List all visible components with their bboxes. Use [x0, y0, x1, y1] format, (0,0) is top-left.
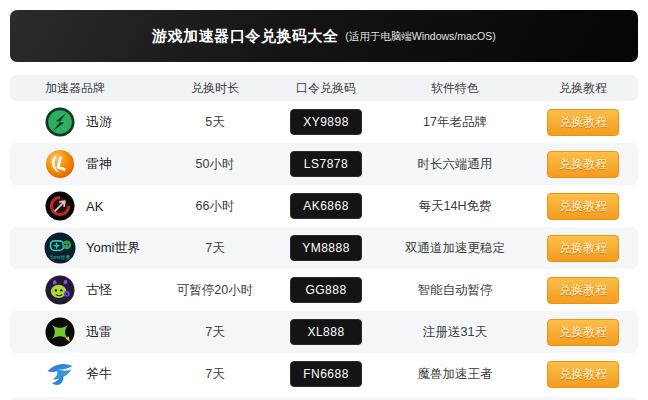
page-subtitle: (适用于电脑端Windows/macOS) — [345, 28, 496, 44]
duration-cell: 7天 — [160, 240, 270, 257]
code-badge: FN6688 — [290, 361, 362, 387]
code-badge: AK6868 — [290, 193, 362, 219]
leishen-logo — [44, 148, 76, 180]
column-header-duration: 兑换时长 — [160, 80, 270, 97]
column-header-tutorial: 兑换教程 — [528, 80, 638, 97]
duration-cell: 7天 — [160, 324, 270, 341]
table-row: Yomi世界 Yomi世界 7天 YM8888 双通道加速更稳定 兑换教程 — [10, 227, 638, 269]
funiu-logo — [44, 358, 76, 390]
feature-cell: 17年老品牌 — [382, 114, 528, 131]
feature-cell: 魔兽加速王者 — [382, 366, 528, 383]
table-row: 斧牛 7天 FN6688 魔兽加速王者 兑换教程 — [10, 353, 638, 395]
tutorial-button[interactable]: 兑换教程 — [547, 277, 619, 304]
svg-text:Yomi世界: Yomi世界 — [50, 254, 71, 260]
duration-cell: 50小时 — [160, 156, 270, 173]
tutorial-button[interactable]: 兑换教程 — [547, 319, 619, 346]
duration-cell: 5天 — [160, 114, 270, 131]
column-header-feature: 软件特色 — [382, 80, 528, 97]
brand-name: 迅游 — [86, 113, 112, 131]
feature-cell: 双通道加速更稳定 — [382, 240, 528, 257]
title-banner: 游戏加速器口令兑换码大全 (适用于电脑端Windows/macOS) — [10, 10, 638, 62]
yomi-logo: Yomi世界 — [44, 232, 76, 264]
column-header-code: 口令兑换码 — [270, 80, 382, 97]
guguai-logo — [44, 274, 76, 306]
feature-cell: 注册送31天 — [382, 324, 528, 341]
table-header: 加速器品牌 兑换时长 口令兑换码 软件特色 兑换教程 — [10, 75, 638, 101]
code-badge: XY9898 — [290, 109, 362, 135]
brand-cell: Yomi世界 Yomi世界 — [10, 232, 160, 264]
table-row: 迅雷 7天 XL888 注册送31天 兑换教程 — [10, 311, 638, 353]
xunyou-logo — [44, 106, 76, 138]
brand-name: Yomi世界 — [86, 239, 140, 257]
brand-cell: 迅雷 — [10, 316, 160, 348]
page-title: 游戏加速器口令兑换码大全 — [152, 27, 338, 46]
brand-cell: AK — [10, 190, 160, 222]
brand-name: AK — [86, 199, 103, 214]
brand-cell: 斧牛 — [10, 358, 160, 390]
code-badge: GG888 — [290, 277, 362, 303]
code-badge: YM8888 — [290, 235, 362, 261]
tutorial-button[interactable]: 兑换教程 — [547, 193, 619, 220]
brand-name: 迅雷 — [86, 323, 112, 341]
brand-cell: 雷神 — [10, 148, 160, 180]
xunlei-logo — [44, 316, 76, 348]
page: 游戏加速器口令兑换码大全 (适用于电脑端Windows/macOS) 加速器品牌… — [0, 0, 648, 400]
table-row: AK 66小时 AK6868 每天14H免费 兑换教程 — [10, 185, 638, 227]
tutorial-button[interactable]: 兑换教程 — [547, 151, 619, 178]
feature-cell: 时长六端通用 — [382, 156, 528, 173]
table-row: 雷神 50小时 LS7878 时长六端通用 兑换教程 — [10, 143, 638, 185]
column-header-brand: 加速器品牌 — [10, 80, 160, 97]
table-row: 古怪 可暂停20小时 GG888 智能自动暂停 兑换教程 — [10, 269, 638, 311]
brand-cell: 迅游 — [10, 106, 160, 138]
brand-name: 雷神 — [86, 155, 112, 173]
brand-name: 斧牛 — [86, 365, 112, 383]
brand-name: 古怪 — [86, 281, 112, 299]
duration-cell: 可暂停20小时 — [160, 282, 270, 299]
code-badge: LS7878 — [290, 151, 362, 177]
duration-cell: 66小时 — [160, 198, 270, 215]
table-row: 迅游 5天 XY9898 17年老品牌 兑换教程 — [10, 101, 638, 143]
table-body: 迅游 5天 XY9898 17年老品牌 兑换教程 雷神 50小时 LS7878 … — [10, 101, 638, 395]
feature-cell: 每天14H免费 — [382, 198, 528, 215]
ak-logo — [44, 190, 76, 222]
feature-cell: 智能自动暂停 — [382, 282, 528, 299]
code-badge: XL888 — [290, 319, 362, 345]
tutorial-button[interactable]: 兑换教程 — [547, 361, 619, 388]
duration-cell: 7天 — [160, 366, 270, 383]
brand-cell: 古怪 — [10, 274, 160, 306]
tutorial-button[interactable]: 兑换教程 — [547, 235, 619, 262]
tutorial-button[interactable]: 兑换教程 — [547, 109, 619, 136]
